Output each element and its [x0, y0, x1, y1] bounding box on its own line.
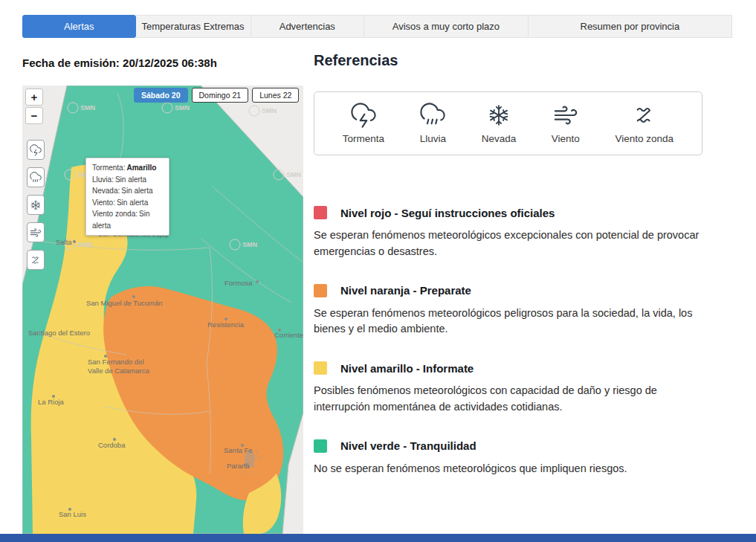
emission-date: Fecha de emisión: 20/12/2025 06:38h — [22, 57, 303, 69]
layer-button-nevada[interactable] — [27, 195, 45, 215]
legend-label: Viento — [552, 133, 580, 144]
tab-resumen-provincia[interactable]: Resumen por provincia — [529, 15, 732, 38]
layer-button-viento-zonda[interactable] — [27, 250, 45, 270]
smn-watermark: SMN — [77, 241, 92, 248]
smn-watermark: SMN — [262, 107, 277, 114]
legend-label: Nevada — [482, 133, 517, 144]
legend-item-viento-zonda: Viento zonda — [616, 103, 674, 144]
footer-bar — [0, 534, 756, 542]
level-color-swatch — [314, 284, 327, 297]
tab-bar: Alertas Temperaturas Extremas Advertenci… — [22, 15, 732, 38]
alert-level-legend: Nivel rojo - Seguí instrucciones oficial… — [314, 206, 702, 477]
legend-item-lluvia: Lluvia — [420, 103, 446, 144]
day-button-lunes[interactable]: Lunes 22 — [252, 88, 299, 103]
level-verde: Nivel verde - Tranquilidad No se esperan… — [314, 439, 702, 477]
zoom-in-button[interactable]: + — [25, 88, 43, 106]
layer-button-lluvia[interactable] — [27, 167, 45, 187]
legend-label: Tormenta — [343, 133, 384, 144]
snow-icon — [486, 103, 511, 128]
zonda-icon — [30, 254, 42, 266]
map-label-tucuman: San Miguel de Tucumán — [86, 299, 162, 307]
level-naranja: Nivel naranja - Preparate Se esperan fen… — [314, 284, 702, 338]
legend-item-nevada: Nevada — [482, 103, 517, 144]
map-label-santa-fe: Santa Fe — [224, 446, 253, 454]
map-panel: Fecha de emisión: 20/12/2025 06:38h — [22, 57, 303, 534]
day-button-sabado[interactable]: Sábado 20 — [134, 88, 188, 103]
zoom-out-button[interactable]: − — [25, 107, 43, 124]
tab-temperaturas-extremas[interactable]: Temperaturas Extremas — [136, 15, 251, 38]
level-title: Nivel rojo - Seguí instrucciones oficial… — [340, 207, 555, 219]
references-title: Referencias — [314, 52, 702, 69]
layer-button-viento[interactable] — [27, 222, 45, 242]
map-label-resistencia: Resistencia — [207, 320, 244, 329]
smn-watermark: SMN — [175, 104, 190, 112]
level-color-swatch — [314, 206, 327, 219]
map-label-parana: Paraná — [227, 462, 250, 470]
level-amarillo: Nivel amarillo - Informate Posibles fenó… — [314, 361, 702, 416]
wind-icon — [30, 227, 42, 239]
level-title: Nivel verde - Tranquilidad — [340, 439, 476, 452]
legend-item-tormenta: Tormenta — [343, 103, 384, 144]
map-label-la-rioja: La Rioja — [38, 398, 64, 406]
level-rojo: Nivel rojo - Seguí instrucciones oficial… — [314, 206, 702, 260]
smn-watermark: SMN — [286, 171, 301, 178]
wind-icon — [553, 103, 578, 128]
tab-advertencias[interactable]: Advertencias — [251, 15, 364, 38]
day-selector: Sábado 20 Domingo 21 Lunes 22 — [134, 88, 299, 103]
legend-item-viento: Viento — [552, 103, 580, 144]
map-label-formosa: Formosa — [224, 279, 252, 287]
rain-icon — [30, 172, 42, 184]
level-color-swatch — [314, 361, 327, 375]
tab-avisos-corto-plazo[interactable]: Avisos a muy corto plazo — [364, 15, 529, 38]
map-label-corrientes: Corrientes — [274, 331, 303, 339]
alert-map[interactable]: SMN SMN SMN SMN SMN SMN SMN + − — [22, 86, 303, 534]
zonda-icon — [632, 103, 657, 128]
level-description: Se esperan fenómenos meteorológicos peli… — [314, 306, 702, 338]
legend-label: Lluvia — [420, 133, 446, 144]
level-title: Nivel amarillo - Informate — [340, 362, 474, 375]
hazard-layer-buttons — [27, 140, 45, 270]
smn-watermark: SMN — [242, 241, 257, 248]
snow-icon — [30, 199, 42, 211]
rain-icon — [420, 103, 445, 128]
map-label-cordoba: Cordoba — [98, 441, 125, 449]
level-description: No se esperan fenómenos meteorológicos q… — [314, 461, 702, 477]
tooltip-row: Tormenta:Amarillo — [92, 162, 163, 174]
map-label-san-luis: San Luis — [59, 510, 86, 518]
argentina-map-graphic: SMN SMN SMN SMN SMN SMN SMN — [22, 86, 303, 534]
storm-icon — [30, 144, 42, 156]
references-panel: Referencias Tormenta Lluvia Nevada Vient… — [314, 52, 702, 500]
tab-alertas[interactable]: Alertas — [22, 15, 136, 38]
hazard-icon-legend: Tormenta Lluvia Nevada Viento Viento zon… — [314, 91, 702, 155]
tooltip-row: Viento zonda:Sin alerta — [92, 208, 163, 231]
level-title: Nivel naranja - Preparate — [340, 284, 471, 297]
zoom-controls: + − — [25, 88, 43, 124]
map-label-salta: Salta — [56, 238, 72, 246]
layer-button-tormenta[interactable] — [27, 140, 45, 160]
tooltip-row: Nevada:Sin alerta — [92, 185, 163, 197]
storm-icon — [351, 103, 376, 128]
level-description: Posibles fenómenos meteorológicos con ca… — [314, 383, 702, 416]
tooltip-row: Viento:Sin alerta — [92, 197, 163, 209]
legend-label: Viento zonda — [616, 133, 674, 144]
day-button-domingo[interactable]: Domingo 21 — [192, 88, 249, 103]
map-tooltip: Tormenta:Amarillo Lluvia:Sin alerta Neva… — [85, 158, 169, 236]
tooltip-row: Lluvia:Sin alerta — [92, 174, 163, 186]
level-description: Se esperan fenómenos meteorológicos exce… — [314, 228, 702, 260]
smn-watermark: SMN — [80, 104, 95, 112]
map-label-catamarca: San Fernando del Valle de Catamarca — [88, 358, 159, 376]
level-color-swatch — [314, 439, 327, 453]
map-label-santiago: Santiago del Estero — [28, 329, 90, 337]
